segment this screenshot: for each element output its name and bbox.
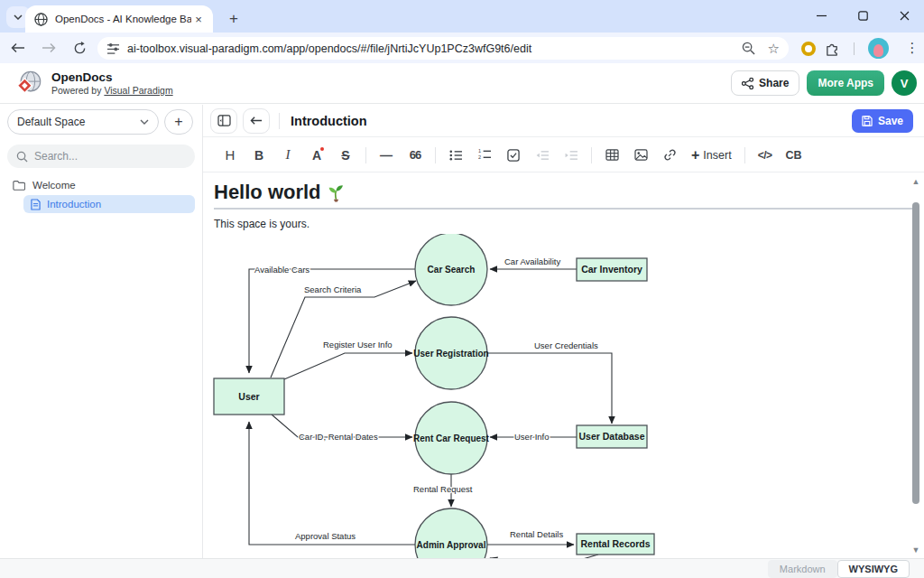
entity-label-user: User	[238, 391, 259, 402]
browser-tab-strip: OpenDocs - AI Knowledge Base × +	[0, 0, 924, 33]
browser-menu-icon[interactable]: ⋮	[902, 37, 922, 59]
add-space-button[interactable]: +	[164, 109, 193, 135]
toggle-sidebar-button[interactable]	[210, 108, 237, 134]
link-button[interactable]	[657, 143, 682, 168]
editor-canvas[interactable]: Hello world This space is yours. Availab…	[203, 173, 924, 558]
flow-label: Rental Details	[510, 529, 563, 539]
entity-label-rental-records: Rental Records	[580, 538, 650, 549]
avatar-figure	[873, 44, 883, 57]
window-minimize-button[interactable]	[808, 4, 834, 27]
main-panel: Introduction Save H B I A S — 66	[203, 105, 924, 558]
italic-button[interactable]: I	[275, 143, 300, 168]
document-icon	[31, 199, 41, 210]
sidebar-item-welcome[interactable]: Welcome	[7, 177, 195, 193]
table-icon	[605, 149, 619, 161]
back-button[interactable]	[5, 35, 31, 61]
space-selector[interactable]: Default Space	[7, 109, 159, 135]
doc-label: Introduction	[47, 199, 101, 210]
image-button[interactable]	[628, 143, 653, 168]
table-button[interactable]	[599, 143, 624, 168]
link-icon	[663, 148, 677, 162]
scrollbar-thumb[interactable]	[912, 202, 919, 504]
process-admin-approval	[415, 508, 487, 558]
scroll-up-icon[interactable]: ▲	[911, 177, 920, 186]
flow-search-criteria	[271, 281, 416, 378]
ordered-list-icon: 1 2	[478, 149, 492, 161]
toolbar-separator	[435, 147, 436, 163]
scroll-down-icon[interactable]: ▼	[911, 545, 920, 555]
minimize-icon	[817, 11, 827, 21]
editor-toolbar: H B I A S — 66 1 2	[203, 138, 924, 172]
ordered-list-button[interactable]: 1 2	[472, 143, 497, 168]
search-input[interactable]	[34, 150, 179, 163]
browser-profile-avatar[interactable]	[868, 38, 889, 59]
flow-register-user-info	[284, 353, 412, 379]
app-title: OpenDocs	[51, 70, 173, 84]
back-arrow-icon	[250, 116, 263, 126]
indent-button[interactable]	[559, 143, 584, 168]
user-avatar[interactable]: V	[892, 70, 917, 96]
share-icon	[742, 78, 753, 89]
extension-badge-icon[interactable]	[801, 42, 816, 56]
visual-paradigm-link[interactable]: Visual Paradigm	[104, 85, 172, 96]
new-tab-button[interactable]: +	[222, 7, 245, 31]
image-icon	[634, 149, 648, 161]
search-icon	[16, 151, 28, 163]
more-apps-button[interactable]: More Apps	[807, 70, 884, 96]
svg-text:2: 2	[478, 154, 481, 160]
page-title: Introduction	[291, 114, 367, 128]
bookmark-star-icon[interactable]: ☆	[768, 42, 780, 55]
process-label-car-search: Car Search	[428, 265, 476, 275]
extensions-puzzle-icon[interactable]	[825, 41, 840, 56]
window-close-button[interactable]	[892, 4, 917, 27]
address-bar[interactable]: ai-toolbox.visual-paradigm.com/app/opend…	[97, 37, 789, 60]
browser-tab[interactable]: OpenDocs - AI Knowledge Base ×	[25, 5, 213, 33]
bold-button[interactable]: B	[246, 143, 272, 168]
code-block-button[interactable]: CB	[781, 143, 807, 168]
dfd-diagram[interactable]: Available CarsSearch CriteriaCar Availab…	[203, 234, 908, 558]
save-button[interactable]: Save	[852, 109, 913, 133]
outdent-button[interactable]	[530, 143, 555, 168]
brand: OpenDocs Powered by Visual Paradigm	[16, 70, 173, 97]
tab-title: OpenDocs - AI Knowledge Base	[55, 14, 191, 24]
opendocs-logo	[16, 70, 43, 97]
heading-button[interactable]: H	[217, 143, 243, 168]
strikethrough-button[interactable]: S	[333, 143, 358, 168]
inline-code-button[interactable]: </>	[753, 143, 778, 168]
close-icon	[900, 11, 910, 21]
flow-label: Approval Status	[295, 531, 356, 541]
process-label-rent-car-request: Rent Car Request	[413, 434, 490, 443]
flow-label: Register User Info	[323, 340, 393, 350]
font-color-button[interactable]: A	[304, 143, 329, 168]
save-label: Save	[878, 115, 903, 127]
share-label: Share	[759, 77, 789, 89]
toolbar-separator	[591, 147, 592, 163]
doc-header: Introduction Save	[203, 105, 924, 137]
sidebar-search[interactable]	[7, 144, 195, 168]
tab-close-icon[interactable]: ×	[191, 12, 206, 26]
zoom-out-icon[interactable]	[742, 42, 755, 55]
flow-label: Available Cars	[254, 265, 310, 275]
blockquote-button[interactable]: 66	[402, 143, 428, 168]
horizontal-rule-button[interactable]: —	[374, 143, 399, 168]
window-maximize-button[interactable]	[850, 4, 875, 27]
flow-label: Car ID, Rental Dates	[299, 432, 378, 442]
nav-separator	[854, 42, 855, 55]
task-list-button[interactable]	[501, 143, 526, 168]
svg-text:1: 1	[478, 149, 481, 154]
bullet-list-button[interactable]	[443, 143, 468, 168]
forward-button[interactable]	[36, 35, 61, 61]
wysiwyg-mode-button[interactable]: WYSIWYG	[837, 560, 910, 578]
insert-button[interactable]: + Insert	[686, 143, 737, 168]
refresh-button[interactable]	[67, 35, 92, 61]
markdown-mode-button[interactable]: Markdown	[768, 560, 837, 578]
doc-back-button[interactable]	[243, 108, 270, 134]
editor-scrollbar[interactable]: ▲ ▼	[910, 173, 922, 558]
process-label-admin-approval: Admin Approval	[417, 540, 486, 550]
browser-nav-bar: ai-toolbox.visual-paradigm.com/app/opend…	[0, 33, 924, 63]
share-button[interactable]: Share	[731, 70, 799, 96]
header-separator	[279, 113, 280, 129]
chevron-down-icon	[140, 119, 149, 125]
plus-icon: +	[691, 147, 699, 163]
sidebar-item-introduction[interactable]: Introduction	[23, 195, 195, 213]
